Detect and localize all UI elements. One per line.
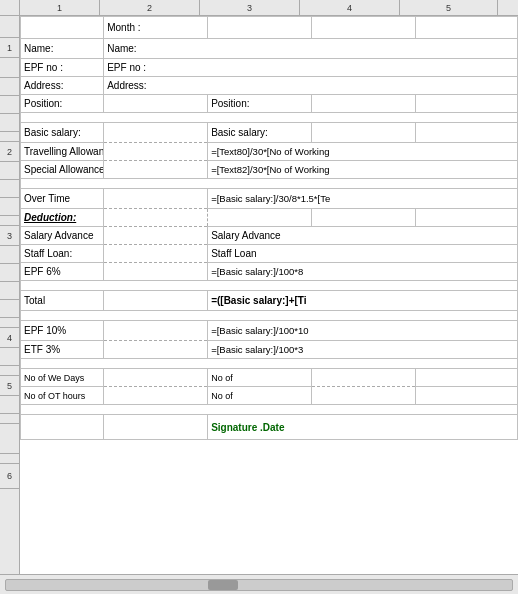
ot-hours-input[interactable]	[104, 387, 208, 405]
deduction-cell-2	[416, 209, 518, 227]
col-header-4: 4	[300, 0, 400, 15]
we-days-cell	[416, 369, 518, 387]
overtime-label: Over Time	[21, 189, 104, 209]
row-num-blank8	[0, 246, 19, 264]
ot-hours-cell	[416, 387, 518, 405]
row-num-3: 3	[0, 226, 19, 246]
row-num-blank7	[0, 198, 19, 216]
spreadsheet: 1 2 3 4 5 1 2 3 4	[0, 0, 518, 574]
gap-cell-3	[21, 281, 518, 291]
basic-salary-label: Basic salary:	[21, 123, 104, 143]
deduction-input-2[interactable]	[208, 209, 312, 227]
ot-hours-value[interactable]	[312, 387, 416, 405]
salary-advance-input[interactable]	[104, 227, 208, 245]
position-value-3	[312, 95, 416, 113]
basic-salary-input-1[interactable]	[104, 123, 208, 143]
staff-loan-value[interactable]: Staff Loan	[208, 245, 518, 263]
table-row: Travelling Allowance: =[Text80]/30*[No o…	[21, 143, 518, 161]
month-value-cell[interactable]	[208, 17, 312, 39]
scrollbar[interactable]	[0, 574, 518, 594]
gap-cell-1	[21, 113, 518, 123]
scrollbar-thumb[interactable]	[208, 580, 238, 590]
row-num-gap3	[0, 318, 19, 328]
row-num-gap5	[0, 414, 19, 424]
row-num-gap2	[0, 216, 19, 226]
col-header-3: 3	[200, 0, 300, 15]
epf-value[interactable]: EPF no :	[104, 59, 518, 77]
gap-cell-2	[21, 179, 518, 189]
data-table: Month : Name: Name: EPF no : EPF no :	[20, 16, 518, 440]
table-row: Month :	[21, 17, 518, 39]
epf10-label: EPF 10%	[21, 321, 104, 341]
we-days-label: No of We Days	[21, 369, 104, 387]
overtime-input[interactable]	[104, 189, 208, 209]
row-num-blank4	[0, 114, 19, 132]
row-num-blank6	[0, 180, 19, 198]
row-num-header	[0, 16, 19, 38]
special-input[interactable]	[104, 161, 208, 179]
row-numbers: 1 2 3 4 5 6	[0, 16, 20, 574]
scrollbar-track[interactable]	[5, 579, 513, 591]
name-label: Name:	[21, 39, 104, 59]
no-of-label-2: No of	[208, 387, 312, 405]
table-row: Name: Name:	[21, 39, 518, 59]
row-num-2: 2	[0, 142, 19, 162]
address-label: Address:	[21, 77, 104, 95]
table-row-gap	[21, 281, 518, 291]
gap-cell-4	[21, 311, 518, 321]
we-days-input[interactable]	[104, 369, 208, 387]
table-row-gap	[21, 311, 518, 321]
total-label: Total	[21, 291, 104, 311]
signature-label: Signature .Date	[208, 415, 518, 440]
cell-empty-3	[416, 17, 518, 39]
etf3-input[interactable]	[104, 341, 208, 359]
deduction-input-1[interactable]	[104, 209, 208, 227]
row-num-blank2	[0, 78, 19, 96]
etf3-formula: =[Basic salary:]/100*3	[208, 341, 518, 359]
column-ruler: 1 2 3 4 5	[0, 0, 518, 16]
travelling-input[interactable]	[104, 143, 208, 161]
epf6-formula: =[Basic salary:]/100*8	[208, 263, 518, 281]
epf10-input[interactable]	[104, 321, 208, 341]
deduction-cell-1	[312, 209, 416, 227]
gap-cell-5	[21, 359, 518, 369]
row-num-1: 1	[0, 38, 19, 58]
epf6-input[interactable]	[104, 263, 208, 281]
table-row-gap	[21, 405, 518, 415]
sheet-content: Month : Name: Name: EPF no : EPF no :	[20, 16, 518, 574]
row-num-4: 4	[0, 328, 19, 348]
table-row: Special Allowance: =[Text82]/30*[No of W…	[21, 161, 518, 179]
cell-empty-1	[21, 17, 104, 39]
row-num-blank11	[0, 300, 19, 318]
row-num-blank10	[0, 282, 19, 300]
salary-advance-value[interactable]: Salary Advance	[208, 227, 518, 245]
position-value-1[interactable]	[104, 95, 208, 113]
table-row: ETF 3% =[Basic salary:]/100*3	[21, 341, 518, 359]
table-row: Address: Address:	[21, 77, 518, 95]
basic-salary-value[interactable]: Basic salary:	[208, 123, 312, 143]
we-days-value[interactable]	[312, 369, 416, 387]
epf10-formula: =[Basic salary:]/100*10	[208, 321, 518, 341]
ot-hours-label: No of OT hours	[21, 387, 104, 405]
row-num-blank12	[0, 348, 19, 366]
row-num-gap1	[0, 132, 19, 142]
table-row: Total =([Basic salary:]+[Ti	[21, 291, 518, 311]
row-num-blank1	[0, 58, 19, 78]
position-value-2[interactable]: Position:	[208, 95, 312, 113]
table-row-gap	[21, 113, 518, 123]
table-row: Salary Advance Salary Advance	[21, 227, 518, 245]
address-value[interactable]: Address:	[104, 77, 518, 95]
col-header-1: 1	[20, 0, 100, 15]
table-row-gap	[21, 359, 518, 369]
deduction-label: Deduction:	[21, 209, 104, 227]
table-row: No of OT hours No of	[21, 387, 518, 405]
table-row: EPF 6% =[Basic salary:]/100*8	[21, 263, 518, 281]
row-num-blank5	[0, 162, 19, 180]
epf6-label: EPF 6%	[21, 263, 104, 281]
row-num-6: 6	[0, 464, 19, 489]
no-of-label-1: No of	[208, 369, 312, 387]
col-header-2: 2	[100, 0, 200, 15]
total-input[interactable]	[104, 291, 208, 311]
name-value[interactable]: Name:	[104, 39, 518, 59]
staff-loan-input[interactable]	[104, 245, 208, 263]
